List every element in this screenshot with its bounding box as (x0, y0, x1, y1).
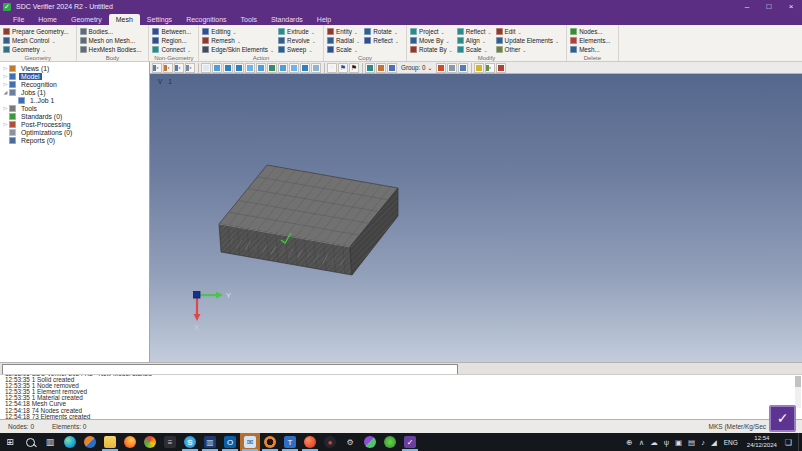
ribbon-button-mesh[interactable]: Mesh... (570, 45, 611, 54)
ribbon-button-edge-skin-elements[interactable]: Edge/Skin Elements⌄ (202, 45, 274, 54)
notification-center-icon[interactable]: ❏ (785, 438, 792, 447)
viewport-tool-28[interactable] (458, 63, 468, 73)
tab-settings[interactable]: Settings (140, 14, 179, 25)
viewport-tool-2[interactable]: ∨ (163, 63, 173, 73)
viewport-tool-3[interactable]: ∨ (174, 63, 184, 73)
tree-item-reports-0[interactable]: Reports (0) (0, 136, 149, 144)
tree-expander-icon[interactable]: ▷ (2, 65, 9, 71)
taskbar-teams[interactable]: T (280, 433, 300, 451)
ribbon-button-mesh-on-mesh[interactable]: Mesh on Mesh... (80, 36, 142, 45)
task-view-button[interactable]: ▥ (40, 433, 60, 451)
viewport-tool-16[interactable] (311, 63, 321, 73)
close-button[interactable]: × (780, 0, 802, 13)
taskbar-skype[interactable]: S (180, 433, 200, 451)
ribbon-button-nodes[interactable]: Nodes... (570, 27, 611, 36)
viewport-tool-31[interactable]: ∨ (485, 63, 495, 73)
viewport-tool-4[interactable]: ∨ (185, 63, 195, 73)
globe-icon[interactable]: ⊕ (626, 438, 632, 447)
speaker-icon[interactable]: ♪ (701, 438, 705, 447)
tab-home[interactable]: Home (31, 14, 64, 25)
tab-help[interactable]: Help (310, 14, 338, 25)
taskbar-app-red[interactable] (300, 433, 320, 451)
ribbon-button-mesh-control[interactable]: Mesh Control⌄ (3, 36, 69, 45)
ribbon-button-between[interactable]: Between... (152, 27, 191, 36)
taskbar-active-document-app[interactable]: ✉ (240, 433, 260, 451)
taskbar-settings-gear[interactable]: ⚙ (340, 433, 360, 451)
viewport-tool-15[interactable] (300, 63, 310, 73)
viewport-tool-13[interactable] (278, 63, 288, 73)
tree-expander-icon[interactable]: ▷ (2, 81, 9, 87)
ribbon-button-radial[interactable]: Radial⌄ (327, 36, 360, 45)
ribbon-button-align[interactable]: Align⌄ (457, 36, 492, 45)
viewport-tool-30[interactable] (474, 63, 484, 73)
sdc-logo-badge[interactable]: ✓ (769, 405, 796, 432)
ribbon-button-bodies[interactable]: Bodies... (80, 27, 142, 36)
taskbar-firefox[interactable] (120, 433, 140, 451)
tab-recognitions[interactable]: Recognitions (179, 14, 233, 25)
ribbon-button-reflect[interactable]: Reflect⌄ (457, 27, 492, 36)
viewport-tool-9[interactable] (234, 63, 244, 73)
ribbon-button-extrude[interactable]: Extrude⌄ (278, 27, 316, 36)
viewport-tool-19[interactable]: ⚑ (338, 63, 348, 73)
taskbar-edge-browser[interactable] (60, 433, 80, 451)
tree-item-1-job-1[interactable]: 1..Job 1 (0, 96, 149, 104)
taskbar-outlook[interactable]: O (220, 433, 240, 451)
ribbon-button-hexmesh-bodies[interactable]: HexMesh Bodies... (80, 45, 142, 54)
ribbon-button-sweep[interactable]: Sweep⌄ (278, 45, 316, 54)
ribbon-button-connect[interactable]: Connect⌄ (152, 45, 191, 54)
tree-expander-icon[interactable]: ▷ (2, 73, 9, 79)
chevron-up-icon[interactable]: ∧ (639, 438, 645, 447)
tab-file[interactable]: File (6, 14, 31, 25)
ribbon-button-scale[interactable]: Scale⌄ (327, 45, 360, 54)
tree-item-views-1[interactable]: ▷Views (1) (0, 64, 149, 72)
ribbon-button-edit[interactable]: Edit⌄ (496, 27, 560, 36)
log-scrollbar-thumb[interactable] (795, 376, 801, 387)
maximize-button[interactable]: □ (758, 0, 780, 13)
tree-item-jobs-1[interactable]: ◢Jobs (1) (0, 88, 149, 96)
viewport-tool-12[interactable] (267, 63, 277, 73)
viewport-tool-7[interactable] (212, 63, 222, 73)
ribbon-button-elements[interactable]: Elements... (570, 36, 611, 45)
tab-standards[interactable]: Standards (264, 14, 310, 25)
tab-geometry[interactable]: Geometry (64, 14, 109, 25)
ribbon-button-prepare-geometry[interactable]: Prepare Geometry... (3, 27, 69, 36)
language-indicator[interactable]: ENG (724, 439, 738, 446)
taskbar-app-navy[interactable]: ▥ (200, 433, 220, 451)
chat-icon[interactable]: ▣ (675, 438, 682, 447)
viewport-tool-18[interactable]: ⚑ (327, 63, 337, 73)
tree-expander-icon[interactable]: ▷ (2, 105, 9, 111)
viewport-tool-24[interactable] (387, 63, 397, 73)
tree-item-recognition[interactable]: ▷Recognition (0, 80, 149, 88)
start-button[interactable]: ⊞ (0, 433, 20, 451)
viewport-tool-22[interactable] (365, 63, 375, 73)
microphone-icon[interactable]: ψ (664, 438, 669, 447)
tab-mesh[interactable]: Mesh (109, 14, 140, 25)
ribbon-button-entity[interactable]: Entity⌄ (327, 27, 360, 36)
ribbon-button-scale[interactable]: Scale⌄ (457, 45, 492, 54)
taskbar-app-orange-ring[interactable] (260, 433, 280, 451)
log-scrollbar[interactable] (795, 376, 801, 408)
taskbar-file-explorer[interactable] (100, 433, 120, 451)
ribbon-button-rotate[interactable]: Rotate⌄ (364, 27, 399, 36)
folder-icon[interactable]: ▤ (688, 438, 695, 447)
ribbon-button-reflect[interactable]: Reflect⌄ (364, 36, 399, 45)
network-icon[interactable]: ◢ (711, 438, 717, 447)
search-button[interactable] (20, 433, 40, 451)
tree-item-model[interactable]: ▷Model (0, 72, 149, 80)
group-dropdown[interactable]: Group: 0 ⌄ (401, 64, 433, 71)
viewport-tool-20[interactable]: ⚑ (349, 63, 359, 73)
ribbon-button-update-elements[interactable]: Update Elements⌄ (496, 36, 560, 45)
ribbon-button-remesh[interactable]: Remesh⌄ (202, 36, 274, 45)
viewport-tool-10[interactable] (245, 63, 255, 73)
onedrive-icon[interactable]: ☁ (650, 438, 658, 447)
taskbar-chrome[interactable] (140, 433, 160, 451)
minimize-button[interactable]: – (736, 0, 758, 13)
clock[interactable]: 12:54 24/12/2024 (747, 435, 777, 449)
viewport-tool-27[interactable] (447, 63, 457, 73)
ribbon-button-geometry[interactable]: Geometry⌄ (3, 45, 69, 54)
viewport-3d[interactable]: V 1 (150, 74, 802, 362)
ribbon-button-move-by[interactable]: Move By⌄ (410, 36, 453, 45)
viewport-tool-11[interactable] (256, 63, 266, 73)
ribbon-button-other[interactable]: Other⌄ (496, 45, 560, 54)
taskbar-app-orange-blue[interactable] (80, 433, 100, 451)
